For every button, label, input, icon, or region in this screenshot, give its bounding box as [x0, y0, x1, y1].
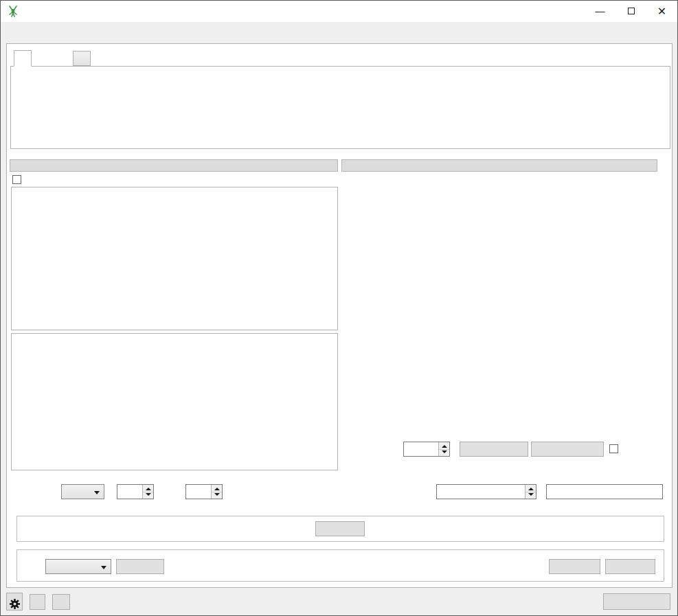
python-button[interactable]	[52, 594, 70, 610]
edit-result-button[interactable]	[549, 559, 600, 574]
plot-guess-checkbox[interactable]	[609, 444, 618, 453]
spinner-arrows-icon[interactable]	[142, 485, 153, 499]
tab-multiple-input[interactable]	[73, 51, 91, 66]
spinner-arrows-icon[interactable]	[525, 485, 536, 499]
maximize-button[interactable]	[615, 1, 646, 22]
convfit-tab-pane	[6, 43, 673, 588]
fit-spectra-to-spinbox[interactable]	[185, 484, 223, 499]
plot-current-preview-button[interactable]	[531, 442, 604, 457]
plot-spectrum-spinbox[interactable]	[403, 442, 450, 457]
indirect-data-analysis-window: — ✕	[0, 0, 678, 616]
fit-settings-property-tree	[11, 333, 338, 470]
settings-button[interactable]	[6, 593, 23, 611]
chevron-down-icon	[94, 491, 100, 494]
see-full-function-checkbox[interactable]	[12, 175, 21, 184]
sample-fit-plot[interactable]	[345, 173, 657, 326]
output-plot-dropdown[interactable]	[45, 559, 111, 574]
fit-function-property-tree	[11, 187, 338, 330]
mask-spectrum-spinbox[interactable]	[436, 484, 536, 499]
title-bar: — ✕	[1, 1, 677, 22]
spinner-arrows-icon[interactable]	[438, 442, 449, 456]
close-button[interactable]: ✕	[646, 1, 677, 22]
gear-icon	[10, 599, 20, 609]
output-plot-button[interactable]	[116, 559, 164, 574]
fit-single-spectrum-button[interactable]	[460, 442, 528, 457]
single-input-pane	[10, 66, 670, 149]
fit-function-header	[10, 159, 338, 172]
fit-spectra-from-spinbox[interactable]	[117, 484, 154, 499]
mask-range-input[interactable]	[546, 484, 663, 499]
help-button[interactable]	[30, 594, 45, 610]
save-result-button[interactable]	[605, 559, 655, 574]
tab-single-input[interactable]	[14, 50, 32, 67]
difference-plot[interactable]	[345, 339, 657, 431]
mini-plots-header	[341, 159, 657, 172]
mantid-logo-icon	[7, 5, 19, 19]
fit-spectra-mode-dropdown[interactable]	[61, 484, 104, 499]
run-button[interactable]	[315, 521, 365, 536]
chevron-down-icon	[101, 566, 106, 569]
manage-directories-button[interactable]	[603, 593, 670, 610]
spinner-arrows-icon[interactable]	[211, 485, 222, 499]
minimize-button[interactable]: —	[585, 1, 615, 22]
